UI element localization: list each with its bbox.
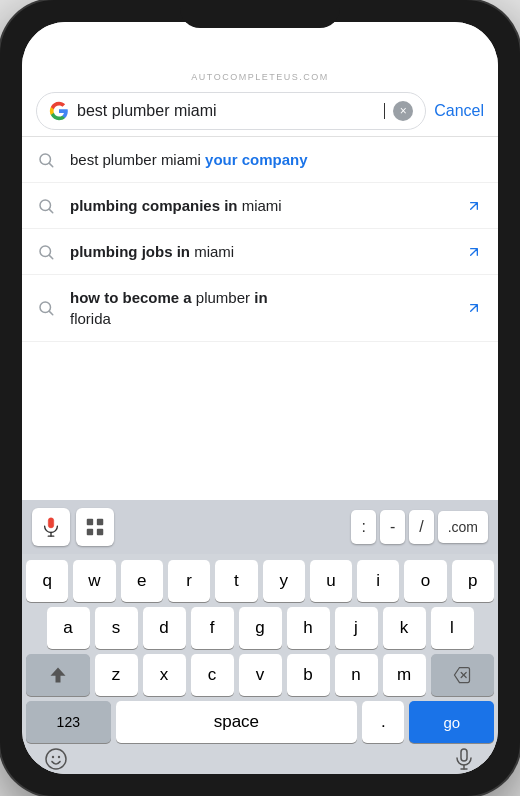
- search-icon-4: [36, 298, 56, 318]
- status-bar: [22, 22, 498, 66]
- svg-line-5: [49, 255, 52, 258]
- go-key[interactable]: go: [409, 701, 494, 743]
- keyboard-bottom-bar: [22, 752, 498, 774]
- key-row-4: 123 space . go: [26, 701, 494, 743]
- key-u[interactable]: u: [310, 560, 352, 602]
- shift-key[interactable]: [26, 654, 90, 696]
- dotcom-key[interactable]: .com: [438, 511, 488, 543]
- key-r[interactable]: r: [168, 560, 210, 602]
- key-d[interactable]: d: [143, 607, 186, 649]
- svg-rect-8: [48, 518, 54, 528]
- suggestion-text-4: how to become a plumber inflorida: [70, 287, 464, 329]
- key-y[interactable]: y: [263, 560, 305, 602]
- svg-line-1: [49, 163, 52, 166]
- key-q[interactable]: q: [26, 560, 68, 602]
- search-icon-3: [36, 242, 56, 262]
- key-v[interactable]: v: [239, 654, 282, 696]
- phone-frame: AUTOCOMPLETEUS.COM best plumber miami × …: [0, 0, 520, 796]
- keyboard-toolbar: : - / .com: [22, 500, 498, 554]
- mic-icon[interactable]: [450, 745, 478, 773]
- key-row-1: q w e r t y u i o p: [26, 560, 494, 602]
- company-highlight: your company: [205, 151, 308, 168]
- google-logo-icon: [49, 101, 69, 121]
- svg-line-3: [49, 209, 52, 212]
- key-i[interactable]: i: [357, 560, 399, 602]
- slash-key[interactable]: /: [409, 510, 433, 544]
- key-c[interactable]: c: [191, 654, 234, 696]
- search-icon-2: [36, 196, 56, 216]
- keyboard: : - / .com q w e r t y u i o: [22, 500, 498, 774]
- key-s[interactable]: s: [95, 607, 138, 649]
- suggestion-text-2: plumbing companies in miami: [70, 195, 464, 216]
- key-x[interactable]: x: [143, 654, 186, 696]
- keys-area: q w e r t y u i o p a s d f g h: [22, 554, 498, 752]
- arrow-icon-4: [464, 298, 484, 318]
- key-p[interactable]: p: [452, 560, 494, 602]
- key-j[interactable]: j: [335, 607, 378, 649]
- key-z[interactable]: z: [95, 654, 138, 696]
- search-input[interactable]: best plumber miami: [77, 102, 375, 120]
- key-row-2: a s d f g h j k l: [26, 607, 494, 649]
- toolbar-symbols: : - / .com: [351, 510, 488, 544]
- search-icon-1: [36, 150, 56, 170]
- period-key[interactable]: .: [362, 701, 404, 743]
- phone-screen: AUTOCOMPLETEUS.COM best plumber miami × …: [22, 22, 498, 774]
- key-e[interactable]: e: [121, 560, 163, 602]
- key-t[interactable]: t: [215, 560, 257, 602]
- suggestion-item-1[interactable]: best plumber miami your company: [22, 137, 498, 183]
- suggestion-item-3[interactable]: plumbing jobs in miami: [22, 229, 498, 275]
- cancel-button[interactable]: Cancel: [434, 102, 484, 120]
- key-g[interactable]: g: [239, 607, 282, 649]
- svg-rect-20: [461, 749, 467, 761]
- key-a[interactable]: a: [47, 607, 90, 649]
- suggestion-item-2[interactable]: plumbing companies in miami: [22, 183, 498, 229]
- key-f[interactable]: f: [191, 607, 234, 649]
- key-row-3: z x c v b n m: [26, 654, 494, 696]
- svg-point-17: [46, 749, 66, 769]
- suggestions-list: best plumber miami your company: [22, 137, 498, 500]
- svg-rect-11: [87, 519, 93, 525]
- svg-point-19: [58, 756, 60, 758]
- space-key[interactable]: space: [116, 701, 358, 743]
- grid-button[interactable]: [76, 508, 114, 546]
- svg-rect-12: [97, 519, 103, 525]
- arrow-icon-3: [464, 242, 484, 262]
- colon-key[interactable]: :: [351, 510, 375, 544]
- clear-button[interactable]: ×: [393, 101, 413, 121]
- suggestion-item-4[interactable]: how to become a plumber inflorida: [22, 275, 498, 342]
- delete-key[interactable]: [431, 654, 495, 696]
- key-m[interactable]: m: [383, 654, 426, 696]
- key-w[interactable]: w: [73, 560, 115, 602]
- search-bar[interactable]: best plumber miami ×: [36, 92, 426, 130]
- numbers-key[interactable]: 123: [26, 701, 111, 743]
- dash-key[interactable]: -: [380, 510, 405, 544]
- key-l[interactable]: l: [431, 607, 474, 649]
- key-o[interactable]: o: [404, 560, 446, 602]
- watermark-top: AUTOCOMPLETEUS.COM: [22, 66, 498, 86]
- arrow-icon-2: [464, 196, 484, 216]
- key-b[interactable]: b: [287, 654, 330, 696]
- search-bar-container: best plumber miami × Cancel: [22, 86, 498, 136]
- notch: [180, 0, 340, 28]
- emoji-icon[interactable]: [42, 745, 70, 773]
- svg-point-18: [52, 756, 54, 758]
- svg-rect-14: [97, 529, 103, 535]
- suggestion-text-3: plumbing jobs in miami: [70, 241, 464, 262]
- svg-line-7: [49, 311, 52, 314]
- key-n[interactable]: n: [335, 654, 378, 696]
- svg-rect-13: [87, 529, 93, 535]
- key-k[interactable]: k: [383, 607, 426, 649]
- key-h[interactable]: h: [287, 607, 330, 649]
- microphone-button[interactable]: [32, 508, 70, 546]
- suggestion-text-1: best plumber miami your company: [70, 149, 464, 170]
